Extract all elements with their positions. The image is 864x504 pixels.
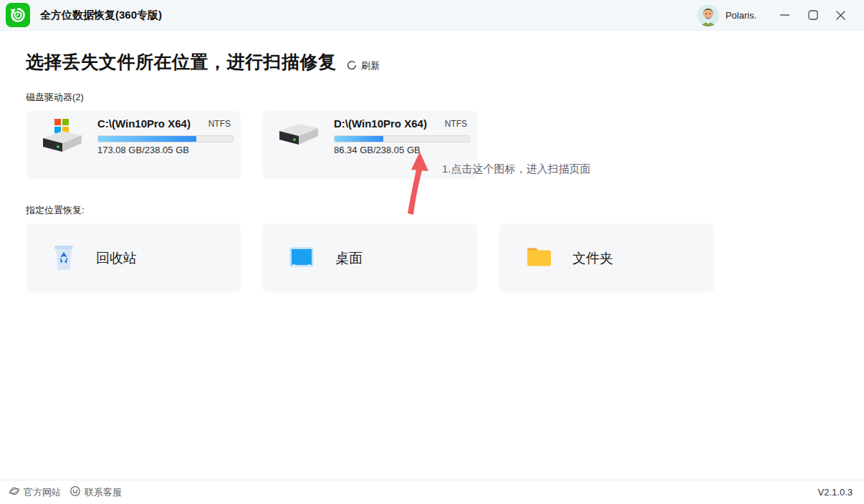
refresh-label: 刷新 [361, 59, 380, 72]
close-button[interactable] [830, 4, 851, 26]
drive-name: C:\(Win10Pro X64) [97, 117, 191, 130]
drive-windows-icon [37, 119, 85, 156]
globe-icon [9, 485, 20, 499]
recycle-bin-card[interactable]: 回收站 [26, 223, 241, 293]
username: Polaris. [726, 10, 757, 21]
app-window: 全方位数据恢复(360专版) Polaris. [0, 0, 864, 504]
folder-card[interactable]: 文件夹 [499, 223, 714, 293]
location-label: 文件夹 [572, 249, 613, 268]
minimize-button[interactable] [774, 4, 795, 26]
version-text: V2.1.0.3 [818, 487, 853, 498]
refresh-button[interactable]: 刷新 [347, 59, 380, 72]
refresh-icon [347, 60, 357, 72]
maximize-button[interactable] [802, 4, 824, 26]
drive-usage-text: 86.34 GB/238.05 GB [334, 145, 421, 155]
titlebar: 全方位数据恢复(360专版) Polaris. [0, 0, 864, 31]
drive-name: D:\(Win10Pro X64) [334, 117, 427, 130]
official-website-label: 官方网站 [24, 486, 61, 499]
footer: 官方网站 联系客服 V2.1.0.3 [0, 480, 864, 504]
drive-filesystem: NTFS [208, 119, 231, 129]
app-title: 全方位数据恢复(360专版) [40, 9, 162, 22]
contact-support-link[interactable]: 联系客服 [69, 485, 122, 499]
page-title: 选择丢失文件所在位置，进行扫描修复 [26, 50, 337, 74]
user-avatar[interactable] [697, 4, 719, 26]
desktop-card[interactable]: 桌面 [262, 223, 477, 293]
drive-icon [274, 124, 321, 151]
drive-usage-bar [97, 135, 234, 142]
drive-filesystem: NTFS [445, 119, 467, 129]
official-website-link[interactable]: 官方网站 [9, 485, 61, 499]
location-section-label: 指定位置恢复: [26, 204, 85, 217]
drive-card-c[interactable]: C:\(Win10Pro X64) NTFS 173.08 GB/238.05 … [26, 111, 241, 179]
location-label: 回收站 [96, 249, 137, 268]
desktop-icon [289, 247, 314, 270]
drive-usage-text: 173.08 GB/238.05 GB [97, 145, 189, 155]
customer-service-icon [69, 485, 81, 499]
drive-usage-fill [335, 136, 383, 142]
contact-support-label: 联系客服 [85, 486, 122, 499]
disk-section-label: 磁盘驱动器(2) [26, 91, 84, 104]
drive-usage-fill [98, 136, 196, 142]
location-label: 桌面 [335, 249, 363, 268]
drive-usage-bar [334, 135, 470, 142]
folder-icon [527, 247, 551, 269]
tutorial-step-text: 1.点击这个图标，进入扫描页面 [442, 163, 591, 176]
app-logo-icon [6, 3, 30, 27]
recycle-bin-icon [53, 243, 75, 273]
